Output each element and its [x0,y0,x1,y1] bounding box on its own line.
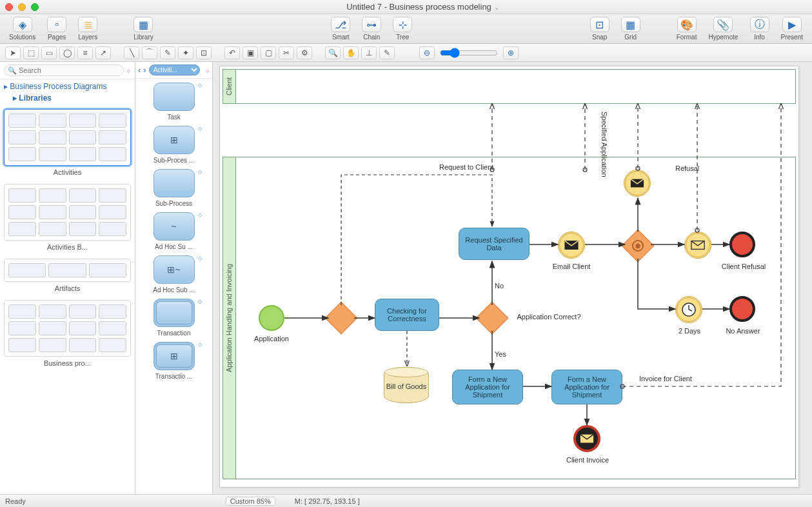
label-no: No [495,282,504,290]
event-client-invoice[interactable] [573,425,600,452]
close-icon[interactable] [5,3,13,11]
text-tool[interactable]: ≡ [77,46,93,59]
end-no-answer[interactable] [729,296,755,322]
pen-tool[interactable]: ✎ [160,46,175,59]
label-refusal: Refusal [675,164,699,172]
nav-fwd-icon[interactable]: › [143,65,146,75]
undo-button[interactable]: ↶ [224,46,240,59]
label-request-to-client: Request to Client [439,163,493,171]
label-email-client: Email Client [549,263,594,270]
label-no-answer: No Answer [720,327,766,335]
lane-client[interactable]: Client [223,69,796,104]
zoom-slider[interactable] [440,48,498,58]
main-toolbar: ◈Solutions ▫Pages ≣Layers ▦Library ⎇Smar… [0,14,812,44]
lib-artifacts[interactable]: Artifacts [4,259,131,292]
ungroup-button[interactable]: ▢ [261,46,276,59]
label-bill-of-goods: Bill of Goods [381,383,431,390]
curve-tool[interactable]: ⌒ [142,46,157,59]
lib-activities[interactable]: Activities [4,109,131,176]
crop-tool[interactable]: ⊡ [196,46,212,59]
event-request-client[interactable] [624,170,651,197]
search-input[interactable] [4,65,124,76]
present-button[interactable]: ▶Present [776,15,808,42]
format-button[interactable]: 🎨Format [671,15,702,42]
lib-activities-b[interactable]: Activities B... [4,184,131,251]
library-panel: 🔍 ⬨ ▸ Business Process Diagrams ▸ Librar… [0,62,135,494]
hypernote-button[interactable]: 📎Hypernote [703,15,743,42]
mouse-coords: M: [ 292.75, 193.15 ] [295,497,360,505]
snap-button[interactable]: ⊡Snap [585,15,615,42]
pointer-tool[interactable]: ➤ [5,46,21,59]
canvas-area[interactable]: Client Application Handling and Invoicin… [213,62,812,494]
label-client-invoice: Client Invoice [562,456,613,464]
label-invoice-for-client: Invoice for Client [639,375,692,383]
task-form-1[interactable]: Form a New Application for Shipment [452,370,523,404]
eyedropper-tool[interactable]: ✎ [379,46,395,59]
task-form-2[interactable]: Form a New Application for Shipment [551,370,622,404]
event-client-refusal-msg[interactable] [684,232,711,259]
shape-adhoc-su[interactable]: ◇~Ad Hoc Su ... [139,212,208,250]
shapes-dropdown[interactable]: Activiti... [149,65,200,75]
maximize-icon[interactable] [31,3,39,11]
tree-libraries[interactable]: ▸ Libraries [13,94,131,103]
smart-button[interactable]: ⎇Smart [326,15,355,42]
layers-button[interactable]: ≣Layers [73,15,103,42]
rect-tool[interactable]: ▭ [41,46,57,59]
stamp-tool[interactable]: ⊥ [361,46,377,59]
end-client-refusal[interactable] [729,232,755,257]
chain-button[interactable]: ⊶Chain [357,15,386,42]
shape-task[interactable]: ◇Task [139,83,208,121]
library-button[interactable]: ▦Library [128,15,159,42]
pages-button[interactable]: ▫Pages [42,15,72,42]
group-button[interactable]: ▣ [243,46,258,59]
shapes-pin-icon[interactable]: ⬨ [205,66,210,75]
info-button[interactable]: ⓘInfo [745,15,775,42]
zoom-indicator[interactable]: Custom 85% [226,497,275,506]
status-bar: Ready Custom 85% M: [ 292.75, 193.15 ] [0,494,812,507]
zoom-in-button[interactable]: ⊕ [503,46,519,59]
marquee-tool[interactable]: ⬚ [23,46,39,59]
pin-icon[interactable]: ⬨ [126,66,131,75]
minimize-icon[interactable] [18,3,26,11]
start-label: Application [248,335,295,343]
start-event[interactable] [259,305,284,331]
link-tool[interactable]: ⚙ [297,46,312,59]
zoom-tool[interactable]: 🔍 [325,46,341,59]
zoom-out-button[interactable]: ⊖ [419,46,435,59]
line-tool[interactable]: ↗ [95,46,111,59]
hand-tool[interactable]: ✋ [343,46,359,59]
shape-subprocess[interactable]: ◇Sub-Process [139,169,208,207]
ellipse-tool[interactable]: ◯ [59,46,75,59]
lib-business-pro[interactable]: Business pro... [4,300,131,367]
anchor-tool[interactable]: ✦ [178,46,193,59]
shape-transaction[interactable]: ◇Transaction [139,299,208,337]
solutions-button[interactable]: ◈Solutions [4,15,41,42]
shape-adhoc-sub[interactable]: ◇⊞~Ad Hoc Sub ... [139,255,208,293]
cut-tool[interactable]: ✂ [279,46,294,59]
connector-tool[interactable]: ╲ [124,46,139,59]
titlebar: Untitled 7 - Business process modeling⌄ [0,0,812,14]
lane-application[interactable]: Application Handling and Invoicing [223,157,796,479]
canvas[interactable]: Client Application Handling and Invoicin… [219,66,799,488]
event-2days[interactable] [675,296,702,323]
tree-header[interactable]: ▸ Business Process Diagrams [4,82,131,91]
task-checking[interactable]: Checking for Correctness [375,299,439,331]
tree-button[interactable]: ⊹Tree [388,15,417,42]
label-specified-app: Specified Application [600,112,608,177]
nav-back-icon[interactable]: ‹ [138,65,141,75]
event-email-client[interactable] [558,232,585,259]
label-app-correct: Application Correct? [510,313,588,321]
edit-toolbar: ➤ ⬚ ▭ ◯ ≡ ↗ ╲ ⌒ ✎ ✦ ⊡ ↶ ▣ ▢ ✂ ⚙ 🔍 ✋ ⊥ ✎ … [0,44,812,62]
chevron-down-icon[interactable]: ⌄ [494,4,499,11]
shapes-panel: ‹ › Activiti... ⬨ ◇Task ◇⊞Sub-Proces ...… [135,62,213,494]
search-icon: 🔍 [8,66,17,75]
task-request-data[interactable]: Request Specified Data [459,228,530,260]
status-ready: Ready [5,497,26,505]
shape-transactio[interactable]: ◇⊞Transactio ... [139,342,208,380]
label-yes: Yes [495,350,506,358]
shape-subprocess-c[interactable]: ◇⊞Sub-Proces ... [139,126,208,164]
window-title: Untitled 7 - Business process modeling⌄ [39,2,807,12]
label-client-refusal: Client Refusal [718,263,769,270]
label-2days: 2 Days [671,327,708,335]
grid-button[interactable]: ▦Grid [616,15,646,42]
